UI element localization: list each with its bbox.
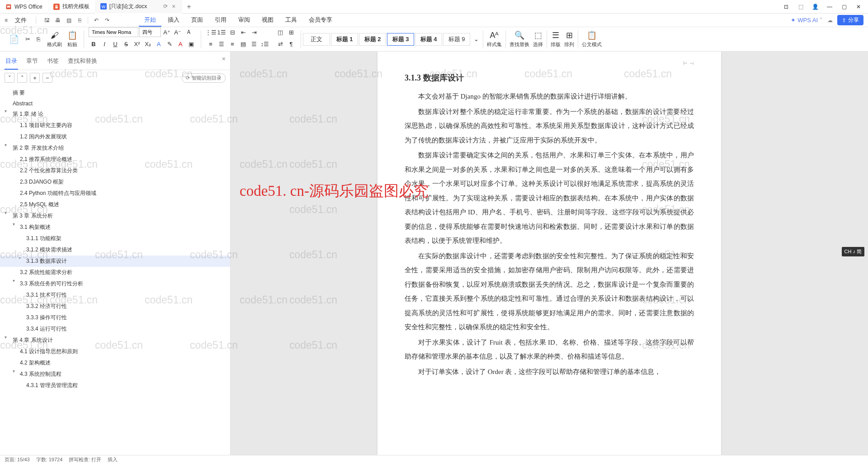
style-set-button[interactable]: Aᴬ样式集 (485, 30, 504, 48)
close-icon[interactable]: × (222, 55, 226, 62)
tab-insert[interactable]: 插入 (162, 14, 185, 27)
nav-tab-find[interactable]: 查找和替换 (67, 55, 98, 70)
decrease-indent-icon[interactable]: ⇤ (238, 27, 248, 37)
align-center-icon[interactable]: ☰ (217, 39, 226, 49)
show-marks-icon[interactable]: ¶ (286, 39, 296, 49)
line-spacing-icon[interactable]: ↕☰ (260, 39, 270, 49)
tab-member[interactable]: 会员专享 (303, 14, 338, 27)
toc-item[interactable]: 2.1 推荐系统理论概述 (0, 154, 230, 165)
document-area[interactable]: ⊢⊣ 3.1.3 数据库设计 本文会对基于 Django 的智能水果销售系统的数… (231, 52, 868, 455)
smart-toc-button[interactable]: ⟳智能识别目录 (182, 73, 226, 83)
arrange-button[interactable]: ⊞排列 (562, 30, 576, 48)
select-button[interactable]: ⬚选择 (531, 30, 545, 48)
toc-item[interactable]: 2.4 Python 功能特点与应用领域 (0, 188, 230, 199)
increase-font-icon[interactable]: A⁺ (162, 27, 172, 37)
format-painter-button[interactable]: 🖌格式刷 (45, 31, 64, 48)
nav-tab-chapter[interactable]: 章节 (25, 55, 39, 70)
sort-button[interactable]: ☰排版 (549, 30, 562, 48)
tab-refresh-icon[interactable]: ⟳ (163, 3, 168, 9)
collapse-icon[interactable]: ▾ (13, 369, 15, 374)
font-size-select[interactable] (139, 27, 161, 37)
font-color-button[interactable]: A (175, 39, 185, 49)
paragraph[interactable]: 在实际的数据库设计中，还需要考虑到数据的安全性和完整性。为了保证系统的稳定性和安… (405, 249, 694, 335)
print-icon[interactable]: 🖶 (53, 16, 62, 25)
style-heading2[interactable]: 标题 2 (359, 33, 386, 46)
export-icon[interactable]: ⎘ (75, 16, 84, 25)
toc-item[interactable]: 2.2 个性化推荐算法分类 (0, 165, 230, 176)
toc-item[interactable]: 4.3.1 管理员管理流程 (0, 380, 230, 391)
font-name-select[interactable] (89, 27, 138, 37)
paragraph[interactable]: 对于水果实体，设计了 Fruit 表，包括水果 ID、名称、价格、描述等字段。这… (405, 336, 694, 364)
toc-item[interactable]: 3.1.1 功能框架 (0, 233, 230, 244)
tab-view[interactable]: 视图 (256, 14, 279, 27)
toc-item[interactable]: 3.3 系统任务的可行性分析 (0, 278, 230, 289)
tab-templates[interactable]: 找稻壳模板 (48, 0, 95, 14)
toc-item[interactable]: 4.2 架构概述 (0, 357, 230, 369)
toc-item[interactable]: 2.3 DJANGO 框架 (0, 176, 230, 188)
decrease-font-icon[interactable]: A⁻ (173, 27, 183, 37)
tab-page[interactable]: 页面 (186, 14, 208, 27)
toc-item[interactable]: 3.1 构架概述 (0, 222, 230, 233)
page-indicator[interactable]: 页面: 15/43 (5, 456, 30, 463)
bold-button[interactable]: B (89, 39, 99, 49)
app-menu-icon[interactable]: ⊡ (780, 1, 792, 13)
share-button[interactable]: ⇪分享 (837, 15, 863, 25)
cover-button[interactable]: 📄 (7, 34, 21, 44)
toc-item[interactable]: Abstract (0, 99, 230, 109)
paragraph[interactable]: 对于订单实体，设计了 Order 表，这些字段可以帮助存储和管理订单的基本信息， (405, 365, 694, 379)
add-tab-button[interactable]: + (182, 3, 195, 11)
next-icon[interactable]: ˄ (17, 73, 27, 83)
close-button[interactable]: ✕ (853, 1, 864, 13)
paste-button[interactable]: 📋粘贴 (66, 30, 79, 48)
shading-icon[interactable]: ◫ (275, 27, 285, 37)
toc-item[interactable]: 第 2 章 开发技术介绍 (0, 142, 230, 154)
toc-item[interactable]: 3.1.2 模块需求描述 (0, 244, 230, 256)
paragraph[interactable]: 本文会对基于 Django 的智能水果销售系统的数据库设计进行详细讲解。 (405, 90, 694, 104)
distribute-icon[interactable]: ☰ (249, 39, 259, 49)
toc-item[interactable]: 摘 要 (0, 87, 230, 99)
justify-icon[interactable]: ▤ (238, 39, 248, 49)
minimize-button[interactable]: — (824, 1, 835, 13)
tab-start[interactable]: 开始 (139, 14, 161, 27)
toc-item[interactable]: 1.1 项目研究主要内容 (0, 120, 230, 131)
multilevel-list-icon[interactable]: ⊟ (227, 27, 237, 37)
bullet-icon[interactable]: • (19, 256, 21, 260)
collapse-icon[interactable]: ▾ (13, 222, 15, 227)
spell-check-status[interactable]: 拼写检查: 打开 (69, 456, 101, 463)
toc-item[interactable]: 1.2 国内外发展现状 (0, 131, 230, 142)
subscript-button[interactable]: X₂ (143, 39, 153, 49)
remove-icon[interactable]: − (42, 73, 52, 83)
paragraph[interactable]: 数据库设计需要确定实体之间的关系，包括用户、水果和订单三个实体。在本系统中，用户… (405, 148, 694, 248)
toc-item[interactable]: 第 4 章 系统设计 (0, 335, 230, 346)
align-left-icon[interactable]: ≡ (206, 39, 216, 49)
highlight-button[interactable]: ✎ (165, 39, 175, 49)
toc-item[interactable]: 第 3 章 系统分析 (0, 210, 230, 222)
toc-item[interactable]: 3.3.3 操作可行性 (0, 312, 230, 323)
text-effect-button[interactable]: A (154, 39, 164, 49)
increase-indent-icon[interactable]: ⇥ (249, 27, 259, 37)
collapse-icon[interactable]: ▾ (5, 142, 7, 147)
find-replace-button[interactable]: 🔍查找替换 (508, 30, 531, 48)
style-more-icon[interactable]: ⌄ (471, 34, 481, 44)
nav-tab-toc[interactable]: 目录 (5, 55, 18, 70)
tab-tools[interactable]: 工具 (280, 14, 302, 27)
print-preview-icon[interactable]: ▤ (64, 16, 73, 25)
clear-format-icon[interactable]: Ａ (184, 27, 193, 37)
word-count[interactable]: 字数: 19724 (36, 456, 63, 463)
toc-item[interactable]: 4.1 设计指导思想和原则 (0, 346, 230, 357)
prev-icon[interactable]: ˅ (5, 73, 14, 83)
bullet-list-icon[interactable]: ⋮☰ (206, 27, 216, 37)
number-list-icon[interactable]: 1☰ (217, 27, 226, 37)
toc-item[interactable]: 3.3.2 经济可行性 (0, 301, 230, 312)
italic-button[interactable]: I (99, 39, 109, 49)
style-normal[interactable]: 正文 (303, 33, 330, 46)
toc-item[interactable]: 4.3 系统控制流程 (0, 369, 230, 380)
nav-tab-bookmark[interactable]: 书签 (46, 55, 60, 70)
file-menu[interactable]: 文件 (12, 16, 29, 24)
collapse-icon[interactable]: ▾ (5, 109, 7, 114)
toc-item[interactable]: 3.3.4 运行可行性 (0, 323, 230, 335)
maximize-button[interactable]: ▢ (838, 1, 850, 13)
toc-item[interactable]: 2.5 MySQL 概述 (0, 199, 230, 210)
tab-reference[interactable]: 引用 (209, 14, 232, 27)
cloud-icon[interactable]: ☁ (827, 17, 833, 24)
